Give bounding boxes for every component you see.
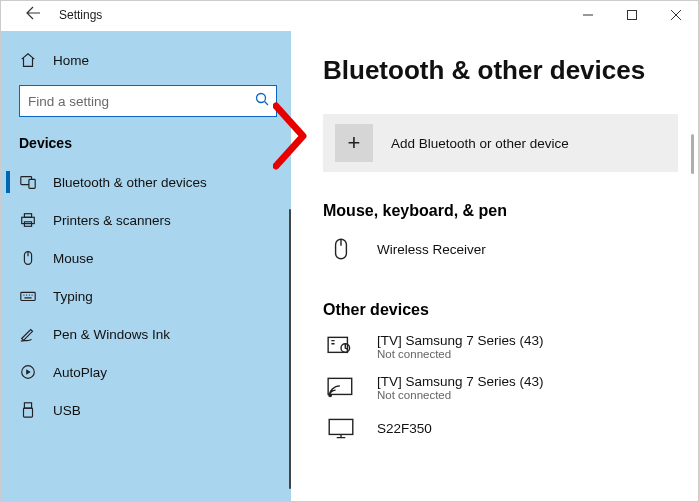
svg-rect-13 [328, 337, 347, 352]
sidebar-item-label: Mouse [53, 251, 94, 266]
minimize-button[interactable] [566, 1, 610, 29]
sidebar-item-printers-scanners[interactable]: Printers & scanners [1, 201, 291, 239]
sidebar-item-label: Bluetooth & other devices [53, 175, 207, 190]
sidebar-section-title: Devices [1, 131, 291, 163]
home-icon [19, 51, 37, 69]
svg-rect-10 [24, 403, 31, 408]
sidebar-item-usb[interactable]: USB [1, 391, 291, 429]
sidebar-item-mouse[interactable]: Mouse [1, 239, 291, 277]
device-status: Not connected [377, 348, 544, 360]
device-row[interactable]: [TV] Samsung 7 Series (43) Not connected [323, 326, 688, 367]
device-row[interactable]: Wireless Receiver [323, 227, 688, 271]
sidebar-item-label: Typing [53, 289, 93, 304]
usb-icon [19, 401, 37, 419]
page-title: Bluetooth & other devices [323, 55, 688, 86]
cast-device-icon [323, 375, 359, 401]
sidebar-item-autoplay[interactable]: AutoPlay [1, 353, 291, 391]
svg-rect-0 [628, 11, 637, 20]
sidebar-item-label: AutoPlay [53, 365, 107, 380]
sidebar-item-label: USB [53, 403, 81, 418]
home-label: Home [53, 53, 89, 68]
svg-rect-4 [22, 217, 35, 223]
sidebar-item-typing[interactable]: Typing [1, 277, 291, 315]
svg-rect-8 [21, 292, 35, 300]
search-icon [255, 92, 269, 110]
device-name: [TV] Samsung 7 Series (43) [377, 374, 544, 389]
sidebar-item-pen-windows-ink[interactable]: Pen & Windows Ink [1, 315, 291, 353]
mouse-icon [19, 249, 37, 267]
device-name: S22F350 [377, 421, 432, 436]
device-name: [TV] Samsung 7 Series (43) [377, 333, 544, 348]
sidebar-item-bluetooth-other-devices[interactable]: Bluetooth & other devices [1, 163, 291, 201]
maximize-button[interactable] [610, 1, 654, 29]
search-input[interactable] [19, 85, 277, 117]
device-row[interactable]: [TV] Samsung 7 Series (43) Not connected [323, 367, 688, 408]
svg-rect-5 [24, 214, 31, 218]
home-button[interactable]: Home [1, 41, 291, 79]
svg-rect-16 [329, 419, 353, 434]
svg-rect-11 [24, 408, 33, 417]
plus-icon: + [335, 124, 373, 162]
pen-icon [19, 325, 37, 343]
titlebar-title: Settings [59, 8, 102, 22]
printer-icon [19, 211, 37, 229]
add-device-label: Add Bluetooth or other device [391, 136, 569, 151]
device-status: Not connected [377, 389, 544, 401]
mouse-device-icon [323, 234, 359, 264]
media-device-icon [323, 334, 359, 360]
sidebar: Home Devices Bluetooth & other devices P… [1, 31, 291, 501]
monitor-icon [323, 415, 359, 441]
titlebar: Settings [1, 1, 698, 31]
group-title: Mouse, keyboard, & pen [323, 202, 688, 220]
sidebar-item-label: Printers & scanners [53, 213, 171, 228]
group-title: Other devices [323, 301, 688, 319]
autoplay-icon [19, 363, 37, 381]
main-scrollbar[interactable] [691, 134, 694, 174]
svg-point-1 [257, 94, 266, 103]
device-name: Wireless Receiver [377, 242, 486, 257]
svg-point-15 [329, 394, 331, 396]
keyboard-icon [19, 287, 37, 305]
device-row[interactable]: S22F350 [323, 408, 688, 448]
svg-rect-3 [29, 179, 35, 188]
devices-icon [19, 173, 37, 191]
sidebar-item-label: Pen & Windows Ink [53, 327, 170, 342]
close-button[interactable] [654, 1, 698, 29]
main-pane: Bluetooth & other devices + Add Bluetoot… [291, 31, 698, 501]
back-icon[interactable] [25, 5, 41, 24]
add-device-button[interactable]: + Add Bluetooth or other device [323, 114, 678, 172]
